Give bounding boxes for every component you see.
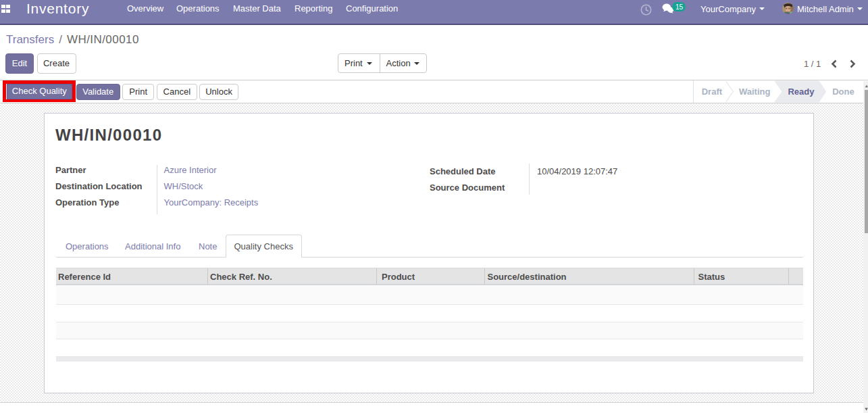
- svg-text:Ready: Ready: [788, 87, 815, 97]
- svg-text:Waiting: Waiting: [739, 87, 771, 97]
- svg-text:Done: Done: [832, 87, 854, 97]
- svg-text:Draft: Draft: [702, 87, 723, 97]
